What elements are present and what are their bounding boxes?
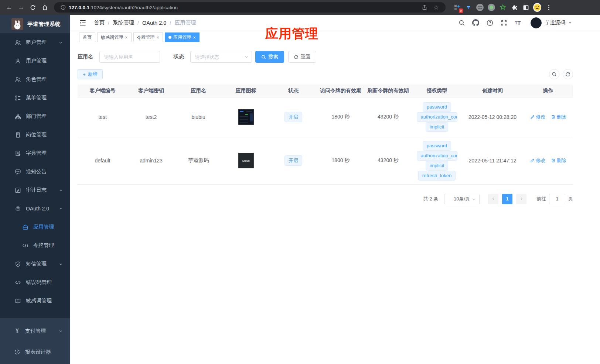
department-org-icon — [15, 113, 21, 120]
sidebar: 芋道管理系统 租户管理 用户管理 角色管理 菜单管理 部门管理 — [0, 15, 70, 364]
sidebar-item-error-code[interactable]: 错误码管理 — [0, 273, 70, 292]
table-toolbar: +新增 — [78, 69, 573, 79]
extension-command-icon[interactable] — [476, 3, 484, 11]
help-icon[interactable] — [486, 19, 493, 26]
bookmark-star-icon[interactable]: ☆ — [433, 4, 439, 11]
url-host: 127.0.0.1 — [69, 5, 89, 10]
status-badge[interactable]: 开启 — [284, 112, 302, 122]
sidebar-item-report-designer[interactable]: 报表设计器 — [0, 341, 70, 363]
browser-back-button[interactable]: ← — [4, 2, 15, 13]
sidebar-item-pay[interactable]: ¥ 支付管理 — [0, 320, 70, 341]
breadcrumb-oauth[interactable]: OAuth 2.0 — [142, 20, 166, 26]
breadcrumb-system[interactable]: 系统管理 — [113, 19, 134, 26]
chevron-down-icon — [59, 41, 63, 45]
status-badge[interactable]: 开启 — [284, 155, 302, 166]
extension-gem-icon[interactable] — [464, 3, 473, 11]
browser-address-bar[interactable]: 127.0.0.1:1024/system/oauth2/oauth2/appl… — [54, 2, 446, 13]
sidebar-item-sms[interactable]: 短信管理 — [0, 255, 70, 273]
refresh-icon — [294, 55, 299, 59]
oauth-robot-icon — [15, 206, 21, 212]
prev-page-button[interactable] — [488, 194, 498, 204]
page-size-select[interactable]: 10条/页 — [444, 194, 480, 204]
header-search-icon[interactable] — [458, 19, 465, 26]
extension-badge: 9 — [459, 8, 463, 13]
sidebar-item-sensitive-word[interactable]: 敏感词管理 — [0, 292, 70, 310]
sidebar-item-department[interactable]: 部门管理 — [0, 107, 70, 126]
github-icon[interactable] — [472, 19, 479, 26]
edit-button[interactable]: 修改 — [530, 157, 546, 164]
status-select[interactable] — [190, 51, 252, 63]
reset-button[interactable]: 重置 — [288, 51, 316, 63]
sidebar-item-token[interactable]: 令牌管理 — [0, 236, 70, 255]
browser-home-button[interactable] — [39, 2, 50, 13]
app-icon-thumbnail[interactable] — [238, 109, 254, 125]
chevron-down-icon — [59, 188, 63, 192]
pagination: 共 2 条 10条/页 1 前往 页 — [78, 194, 573, 204]
status-label: 状态 — [174, 54, 184, 60]
share-icon[interactable] — [422, 4, 427, 10]
sidebar-item-dictionary[interactable]: 字典管理 — [0, 144, 70, 162]
browser-refresh-button[interactable] — [27, 2, 38, 13]
toolbar-refresh-icon[interactable] — [563, 69, 573, 79]
extension-star-icon[interactable] — [499, 3, 507, 11]
cell-app-name: 芋道源码 — [175, 137, 222, 184]
fullscreen-icon[interactable] — [500, 19, 507, 26]
close-icon[interactable]: × — [125, 35, 128, 40]
browser-menu-icon[interactable] — [545, 3, 553, 11]
sidebar-item-role[interactable]: 角色管理 — [0, 70, 70, 89]
extension-grid-icon[interactable]: 9 — [453, 3, 461, 11]
toolbar-search-icon[interactable] — [549, 69, 559, 79]
user-menu[interactable]: 芋道源码 — [531, 17, 572, 28]
cell-client-secret: test2 — [127, 97, 175, 137]
delete-button[interactable]: 删除 — [551, 157, 566, 164]
sidebar-item-menu[interactable]: 菜单管理 — [0, 89, 70, 107]
page-number-button[interactable]: 1 — [502, 194, 512, 204]
status-select-input[interactable] — [190, 51, 252, 63]
search-button[interactable]: 搜索 — [255, 51, 284, 63]
cell-status: 开启 — [270, 137, 317, 184]
sidebar-panel-icon[interactable] — [522, 3, 530, 11]
site-info-icon[interactable] — [61, 5, 66, 10]
tab-home[interactable]: 首页 — [79, 32, 95, 42]
sidebar-item-post[interactable]: 岗位管理 — [0, 126, 70, 144]
next-page-button[interactable] — [516, 194, 526, 204]
browser-forward-button[interactable]: → — [16, 2, 27, 13]
font-size-icon[interactable]: TT — [514, 19, 521, 26]
sidebar-item-application[interactable]: 应用管理 — [0, 218, 70, 236]
add-button[interactable]: +新增 — [78, 69, 103, 79]
sidebar-item-announcement[interactable]: 通知公告 — [0, 162, 70, 181]
announcement-icon — [15, 169, 21, 175]
sidebar-item-audit-log[interactable]: 审计日志 — [0, 181, 70, 199]
edit-button[interactable]: 修改 — [530, 114, 546, 120]
tab-sensitive-word[interactable]: 敏感词管理× — [97, 32, 132, 42]
error-code-icon — [15, 279, 21, 286]
delete-button[interactable]: 删除 — [551, 114, 566, 120]
cell-grant-types: password authorization_code implicit ref… — [412, 137, 462, 184]
tab-token[interactable]: 令牌管理× — [133, 32, 163, 42]
breadcrumb-home[interactable]: 首页 — [94, 19, 105, 26]
grant-type-tag: authorization_code — [417, 151, 457, 161]
page-header: 首页/ 系统管理/ OAuth 2.0/ 应用管理 TT 芋道源码 — [70, 15, 600, 31]
close-icon[interactable]: × — [193, 35, 196, 40]
sidebar-item-tenant[interactable]: 租户管理 — [0, 33, 70, 52]
extensions-puzzle-icon[interactable] — [510, 3, 518, 11]
app-icon-thumbnail[interactable]: GitHub — [238, 153, 254, 168]
goto-page-input[interactable] — [549, 194, 565, 204]
trash-icon — [551, 114, 556, 119]
grant-type-tag: refresh_token — [418, 171, 456, 181]
trash-icon — [551, 158, 556, 163]
cell-app-name: biubiu — [175, 97, 222, 137]
sidebar-fold-icon[interactable] — [79, 19, 86, 27]
app-name-input[interactable] — [99, 51, 160, 63]
extension-record-icon[interactable] — [487, 3, 495, 11]
close-icon[interactable]: × — [157, 35, 160, 40]
sidebar-item-oauth[interactable]: OAuth 2.0 — [0, 199, 70, 218]
cell-refresh-ttl: 43200 秒 — [364, 137, 412, 184]
cell-client-id: test — [78, 97, 127, 137]
tab-application[interactable]: 应用管理× — [165, 32, 200, 42]
app-logo[interactable]: 芋道管理系统 — [0, 15, 70, 33]
browser-profile-avatar[interactable] — [533, 3, 541, 11]
cell-client-secret: admin123 — [127, 137, 175, 184]
sidebar-item-user[interactable]: 用户管理 — [0, 52, 70, 70]
sidebar-menu-bottom: ¥ 支付管理 报表设计器 — [0, 318, 70, 364]
